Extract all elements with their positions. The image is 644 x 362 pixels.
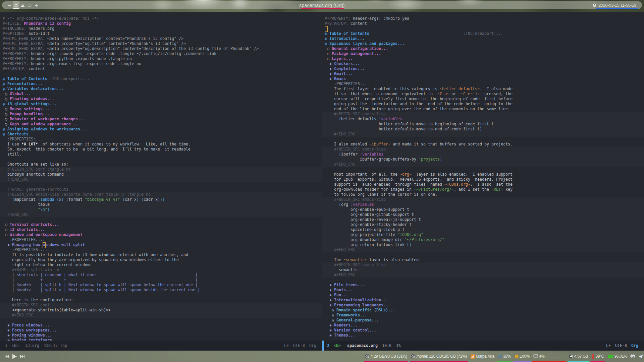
buffer-line: ✸ Version control... xyxy=(322,328,644,333)
token: Moving containers... xyxy=(12,338,59,341)
token: ✸ xyxy=(3,242,12,247)
module-temperature[interactable]: 39°C xyxy=(591,351,605,362)
buffer-line: ◉ Variables declaration... xyxy=(0,86,322,92)
buffer-line: org-enable-epub-support t xyxy=(322,207,644,212)
token: Moving windows... xyxy=(12,333,52,338)
buffer-line: ✸ Checkers... xyxy=(322,61,644,66)
window-title-text: spacemacs.org (Org) xyxy=(299,3,344,8)
token: ✸ xyxy=(325,293,334,297)
token: ~ibuffer~ xyxy=(369,142,390,146)
token: ) xyxy=(61,197,64,202)
buffer-line: #+BEGIN_SRC emacs-lisp xyxy=(322,147,644,152)
disk-icon xyxy=(411,354,416,359)
token: ( xyxy=(339,152,341,157)
emacs-window-spacemacs-org[interactable]: #+PROPERTY: header-args: :mkdirp yes#+ST… xyxy=(322,12,644,341)
token: Shortcuts are set like so: xyxy=(3,162,68,167)
emacs-window-i3-org[interactable]: # -*- org-confirm-babel-evaluate: nil -*… xyxy=(0,12,322,341)
buffer-line: #+END_SRC xyxy=(322,132,644,137)
module-battery[interactable]: 96.01% xyxy=(607,351,628,362)
buffer-line: support is also enabled through files na… xyxy=(322,182,644,187)
buffer-line: #+END_SRC xyxy=(0,313,322,318)
volume-icon xyxy=(498,354,502,358)
module-volume[interactable]: 38% xyxy=(497,351,512,362)
buffer-line: The first layer enabled in this category… xyxy=(322,86,644,92)
screen: spacemacs.org (Org) 2020-03-15 11-56-19 … xyxy=(0,0,644,362)
token: Phundrak’s i3 config xyxy=(24,21,71,26)
token: it so that when a command equivalent to xyxy=(325,92,437,96)
tray-app[interactable] xyxy=(638,354,643,359)
token: :PROPERTIES:... xyxy=(325,81,369,86)
token: Window and workspace management xyxy=(10,232,83,237)
buffer-line: ◉ Spacemacs layers and packages... xyxy=(322,41,644,46)
buffer-line: #+NAME: split-win-sh xyxy=(0,267,322,273)
module-memory[interactable]: 4.57 GB xyxy=(568,351,589,362)
buffer-line: |-----------+---------+-----------------… xyxy=(0,278,322,283)
buffer-text-i3-org: # -*- org-confirm-babel-evaluate: nil -*… xyxy=(0,16,322,341)
token: ◉ xyxy=(3,81,7,86)
active-window-accent-bar xyxy=(322,341,324,351)
cpu-icon xyxy=(533,354,538,358)
play-icon xyxy=(12,354,17,359)
token xyxy=(3,197,12,202)
buffer-line xyxy=(0,71,322,76)
buffer-line: #+PROPERTY: header-args:emacs-lisp :expo… xyxy=(0,61,322,66)
token: *A LOT* xyxy=(21,142,38,146)
token: I also enabled xyxy=(325,142,369,146)
emacs-frame: # -*- org-confirm-babel-evaluate: nil -*… xyxy=(0,12,644,351)
play-button[interactable] xyxy=(12,354,17,359)
token: ✸ xyxy=(3,328,12,333)
buffer-line xyxy=(322,252,644,257)
token: ) xyxy=(440,157,442,162)
token: #+HTML_HEAD_EXTRA: xyxy=(3,41,47,46)
token: ○ xyxy=(325,56,332,61)
token: ( xyxy=(122,197,125,202)
buffer-line: going past the indentation and to the en… xyxy=(322,102,644,107)
module-cpu[interactable]: 4% xyxy=(532,351,566,362)
tray-discord[interactable] xyxy=(630,354,636,359)
token: Frameworks... xyxy=(336,313,367,317)
temperature-value: 39°C xyxy=(595,354,604,359)
token: Assigning windows to workspaces... xyxy=(7,127,87,131)
module-filesystem-root[interactable]: /: 29 GB/98 GB (31%) xyxy=(364,351,408,362)
buffer-line: ○ Floating windows... xyxy=(0,97,322,102)
token: #+HTML_HEAD_EXTRA: xyxy=(3,46,47,51)
token: or xyxy=(449,92,461,96)
next-track-icon xyxy=(20,355,24,358)
buffer-line: org-enable-reveal-js-support t xyxy=(322,217,644,222)
buffer-line: ○ Mouse settings... xyxy=(0,107,322,112)
buffer-line: for Epub exports, Github, Reveal.JS expo… xyxy=(322,177,644,182)
token: i3 shortcuts... xyxy=(10,227,45,232)
memory-icon xyxy=(569,354,573,359)
token: ibuffer xyxy=(341,152,360,157)
modeline-left-section: 2 <N> spacemacs.org 10:0 1% xyxy=(327,343,606,348)
token: ✸ xyxy=(325,298,334,302)
next-track-button[interactable] xyxy=(20,355,24,358)
system-tray xyxy=(630,351,643,362)
token: , and I set the xyxy=(454,187,491,192)
token: ✸ xyxy=(325,66,334,71)
module-filesystem-home[interactable]: /home: 126 GB/185 GB (72%) xyxy=(410,351,468,362)
previous-track-button[interactable] xyxy=(5,355,9,358)
token: ✸ xyxy=(325,328,334,333)
buffer-name: spacemacs.org xyxy=(347,343,378,348)
modeline-spacemacs-org: 2 <N> spacemacs.org 10:0 1% LF UTF-8 Org xyxy=(322,341,644,351)
token: ✸ xyxy=(325,303,334,307)
module-brightness[interactable]: 100% xyxy=(514,351,531,362)
mpd-song-value: Marpa Mila xyxy=(476,354,494,359)
token: header-args:emacs-lisp :exports code :ta… xyxy=(31,61,141,66)
token: :variables xyxy=(360,152,383,157)
token: <meta property="og:description" content=… xyxy=(47,46,259,51)
module-mpd-song[interactable]: Marpa Mila xyxy=(470,351,495,362)
buffer-line: to follow org links if the cursor is on … xyxy=(322,192,644,197)
token: #+PROPERTY: xyxy=(3,56,31,61)
token: ✿ xyxy=(325,318,336,322)
cpu-value: 4% xyxy=(539,354,545,359)
buffer-line: ✸ Moving windows... xyxy=(0,333,322,338)
window-number: 2 xyxy=(327,343,329,348)
token: Variables declaration... xyxy=(7,86,64,91)
disk-icon xyxy=(365,354,370,359)
buffer-line: ○ Window and workspace management xyxy=(0,232,322,237)
token: ~TODOs.org~ xyxy=(444,182,470,187)
token: ibuffer-group-buffers-by xyxy=(325,157,419,162)
token: #+BEGIN_SRC conf xyxy=(3,303,50,307)
